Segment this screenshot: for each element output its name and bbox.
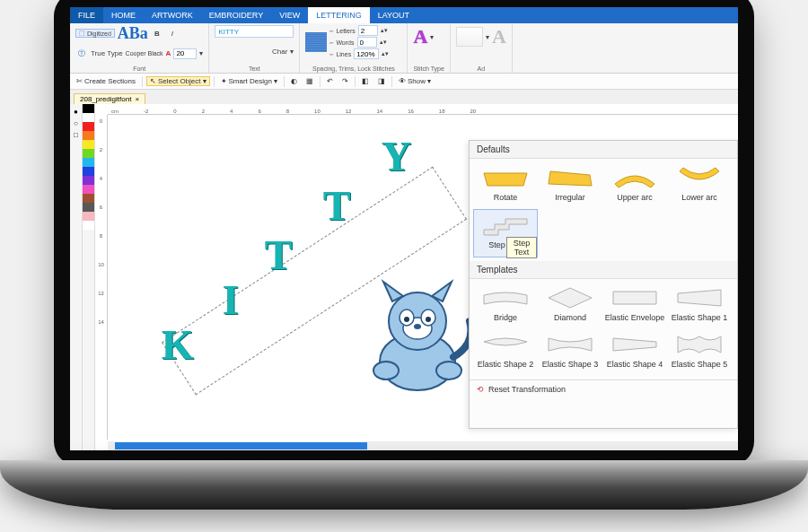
horizontal-scrollbar[interactable] [108,441,738,450]
default-lower-arc[interactable]: Lower arc [667,162,732,209]
dropdown-icon[interactable]: ▾ [199,49,203,57]
misc-tool-1[interactable]: ◐ [288,77,300,85]
spin-icon[interactable]: ▴▾ [381,27,388,34]
color-swatch[interactable] [83,140,94,149]
select-object-tool[interactable]: ↖Select Object▾ [146,76,210,86]
smart-design-tool[interactable]: ✦Smart Design▾ [218,77,280,85]
reset-transformation[interactable]: ⟲Reset Transformation [470,379,737,398]
group-shape: ▾A Ad [451,23,513,73]
spin-icon[interactable]: ▴▾ [380,39,387,46]
ruler-tick: 0 [173,109,176,114]
group-adv-label: Ad [456,65,506,73]
letters-input[interactable] [358,25,378,36]
words-icon: ⎼ [329,39,333,46]
dropdown-icon[interactable]: ▾ [427,77,431,85]
default-rotate[interactable]: Rotate [473,162,538,209]
lasso-tool[interactable]: ○ [74,119,78,127]
default-step-text[interactable]: Step Text Step Text [473,209,538,257]
show-tool[interactable]: 👁Show▾ [396,77,434,85]
template-diamond[interactable]: Diamond [538,283,602,329]
template-elastic-shape-1[interactable]: Elastic Shape 1 [667,283,732,329]
dropdown-icon[interactable]: ▾ [486,33,489,41]
wand-icon: ✦ [221,77,227,85]
template-elastic-shape-5[interactable]: Elastic Shape 5 [667,329,732,376]
lines-input[interactable] [354,48,379,59]
dropdown-icon[interactable]: ▾ [274,77,277,85]
template-elastic-envelope[interactable]: Elastic Envelope [602,283,667,329]
color-swatch[interactable] [83,194,94,203]
defaults-grid: Rotate Irregular Upper arc Lower arc Ste… [470,159,737,261]
pointer-tool[interactable]: ● [74,108,78,116]
tab-artwork[interactable]: ARTWORK [144,7,201,23]
document-tab[interactable]: 208_predigitfont× [74,93,145,104]
words-input[interactable] [357,37,377,48]
template-elastic-shape-3[interactable]: Elastic Shape 3 [538,329,602,376]
font-name[interactable]: Cooper Black [126,50,163,57]
adv-a-icon[interactable]: A [492,25,506,48]
letters-icon: ⎼ [329,28,333,34]
spin-icon[interactable]: ▴▾ [382,50,389,57]
text-input[interactable] [215,25,294,38]
scrollbar-thumb[interactable] [115,442,367,449]
ruler-tick: 10 [314,109,321,114]
letter-K[interactable]: K [162,321,194,369]
letter-Y[interactable]: Y [382,133,411,180]
fill-icon[interactable] [305,32,327,52]
tab-layout[interactable]: LAYOUT [370,7,417,23]
dropdown-icon[interactable]: ▾ [203,77,206,85]
color-swatch[interactable] [83,185,94,194]
canvas[interactable]: K I T T Y [108,115,738,440]
color-swatch[interactable] [83,158,94,167]
default-irregular[interactable]: Irregular [538,162,602,209]
tab-lettering[interactable]: LETTERING [308,7,370,23]
cat-artwork[interactable] [355,276,480,402]
char-label[interactable]: Char [272,48,287,56]
default-upper-arc[interactable]: Upper arc [602,162,667,209]
dropdown-icon[interactable]: ▾ [290,48,294,56]
template-elastic-shape-4[interactable]: Elastic Shape 4 [602,329,667,376]
misc-tool-3[interactable]: ◧ [359,77,372,85]
template-elastic-shape-2[interactable]: Elastic Shape 2 [473,329,538,376]
misc-tool-2[interactable]: ▦ [303,77,316,85]
ruler-tick: 6 [258,109,260,114]
misc-tool-4[interactable]: ◨ [375,77,388,85]
shape-preview[interactable] [456,27,483,47]
color-swatch[interactable] [83,149,94,158]
create-sections-tool[interactable]: ✄Create Sections [74,77,138,85]
digitized-icon: ⬚ [79,30,85,37]
color-swatch[interactable] [83,131,94,140]
color-swatch[interactable] [83,113,94,122]
vertical-toolbar: ● ○ □ [70,104,83,450]
truetype-label: True Type [91,49,123,57]
digitized-chip[interactable]: ⬚Digitized [75,29,115,38]
dropdown-icon[interactable]: ▾ [430,33,434,41]
color-swatch[interactable] [83,104,94,113]
color-swatch[interactable] [83,221,94,230]
ruler-tick: 4 [100,176,102,181]
letter-I[interactable]: I [223,276,239,324]
tab-view[interactable]: VIEW [271,7,308,23]
color-swatch[interactable] [83,212,94,221]
svg-point-9 [414,324,421,329]
design-group[interactable]: K I T T Y [162,124,458,393]
bold-button[interactable]: B [151,27,163,39]
redo-tool[interactable]: ↷ [339,77,351,85]
color-swatch[interactable] [83,203,94,212]
tab-embroidery[interactable]: EMBROIDERY [201,7,271,23]
close-icon[interactable]: × [135,95,139,103]
tab-file[interactable]: FILE [70,7,103,23]
template-bridge[interactable]: Bridge [473,283,538,329]
italic-button[interactable]: I [166,27,179,39]
letter-T2[interactable]: T [323,182,351,230]
color-swatch[interactable] [83,167,94,176]
tooltip: Step Text [506,237,537,258]
color-swatch[interactable] [83,176,94,185]
group-font-label: Font [75,65,203,73]
shape-tool[interactable]: □ [74,131,78,139]
letter-T[interactable]: T [265,231,293,279]
stitch-type-icon[interactable]: A [413,25,427,48]
font-size-input[interactable] [173,48,197,59]
color-swatch[interactable] [83,122,94,131]
tab-home[interactable]: HOME [103,7,144,23]
undo-tool[interactable]: ↶ [324,77,336,85]
